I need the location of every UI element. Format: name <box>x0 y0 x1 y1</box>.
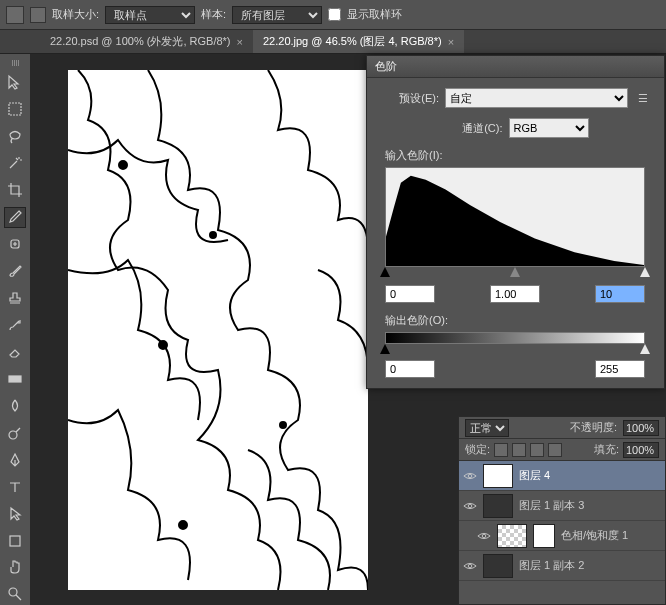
magic-wand-tool[interactable] <box>4 153 26 174</box>
pen-tool[interactable] <box>4 449 26 470</box>
layers-panel: 正常 不透明度: 锁定: 填充: 图层 4 图层 1 副本 3 色相/饱和度 1 <box>458 416 666 605</box>
marquee-tool[interactable] <box>4 99 26 120</box>
svg-rect-4 <box>10 536 20 546</box>
lock-pixels-icon[interactable] <box>512 443 526 457</box>
output-highlight-slider[interactable] <box>640 344 650 354</box>
layers-list: 图层 4 图层 1 副本 3 色相/饱和度 1 图层 1 副本 2 <box>459 461 665 581</box>
document-tab-bar: 22.20.psd @ 100% (外发光, RGB/8*) × 22.20.j… <box>0 30 666 54</box>
opacity-label: 不透明度: <box>570 420 617 435</box>
eyedropper-tool[interactable] <box>4 207 26 228</box>
gradient-tool[interactable] <box>4 368 26 389</box>
input-highlight-value[interactable] <box>595 285 645 303</box>
channel-select[interactable]: RGB <box>509 118 589 138</box>
lock-label: 锁定: <box>465 442 490 457</box>
dialog-title: 色阶 <box>375 60 397 72</box>
document-canvas[interactable] <box>68 70 368 590</box>
lock-position-icon[interactable] <box>530 443 544 457</box>
spot-heal-tool[interactable] <box>4 234 26 255</box>
adjustment-thumbnail <box>497 524 527 548</box>
svg-point-5 <box>9 588 17 596</box>
layer-item[interactable]: 图层 1 副本 3 <box>459 491 665 521</box>
options-bar: 取样大小: 取样点 样本: 所有图层 显示取样环 <box>0 0 666 30</box>
sample-select[interactable]: 所有图层 <box>232 6 322 24</box>
layer-thumbnail <box>483 464 513 488</box>
svg-point-8 <box>210 232 216 238</box>
levels-dialog: 色阶 预设(E): 自定 ☰ 通道(C): RGB 输入色阶(I): 输出色阶(… <box>366 55 665 389</box>
dialog-titlebar[interactable]: 色阶 <box>367 56 664 78</box>
marble-texture <box>68 70 368 590</box>
visibility-toggle[interactable] <box>477 529 491 543</box>
stamp-tool[interactable] <box>4 288 26 309</box>
preset-menu-icon[interactable]: ☰ <box>634 92 652 105</box>
sample-size-label: 取样大小: <box>52 7 99 22</box>
lock-all-icon[interactable] <box>548 443 562 457</box>
eraser-tool[interactable] <box>4 341 26 362</box>
layer-item[interactable]: 图层 1 副本 2 <box>459 551 665 581</box>
svg-point-9 <box>159 341 167 349</box>
input-slider-track[interactable] <box>385 267 645 281</box>
highlight-slider[interactable] <box>640 267 650 277</box>
sample-size-select[interactable]: 取样点 <box>105 6 195 24</box>
svg-point-11 <box>179 521 187 529</box>
layer-name: 图层 1 副本 3 <box>519 498 584 513</box>
tab-document-2[interactable]: 22.20.jpg @ 46.5% (图层 4, RGB/8*) × <box>253 30 464 53</box>
shape-tool[interactable] <box>4 530 26 551</box>
input-shadow-value[interactable] <box>385 285 435 303</box>
tools-panel <box>0 54 30 605</box>
input-midtone-value[interactable] <box>490 285 540 303</box>
panel-grip[interactable] <box>4 60 26 66</box>
show-ring-checkbox[interactable] <box>328 8 341 21</box>
close-icon[interactable]: × <box>237 36 243 48</box>
dodge-tool[interactable] <box>4 422 26 443</box>
close-icon[interactable]: × <box>448 36 454 48</box>
shadow-slider[interactable] <box>380 267 390 277</box>
svg-point-12 <box>468 474 472 478</box>
tab-label: 22.20.jpg @ 46.5% (图层 4, RGB/8*) <box>263 34 442 49</box>
layer-name: 图层 4 <box>519 468 550 483</box>
path-select-tool[interactable] <box>4 503 26 524</box>
visibility-toggle[interactable] <box>463 559 477 573</box>
output-gradient <box>385 332 645 344</box>
output-shadow-slider[interactable] <box>380 344 390 354</box>
layer-thumbnail <box>483 554 513 578</box>
fill-input[interactable] <box>623 442 659 458</box>
layer-name: 图层 1 副本 2 <box>519 558 584 573</box>
svg-point-10 <box>280 422 286 428</box>
layer-item[interactable]: 色相/饱和度 1 <box>459 521 665 551</box>
blur-tool[interactable] <box>4 395 26 416</box>
preset-label: 预设(E): <box>379 91 439 106</box>
sample-preset-icon[interactable] <box>30 7 46 23</box>
lock-transparent-icon[interactable] <box>494 443 508 457</box>
input-levels-label: 输入色阶(I): <box>385 148 652 163</box>
layer-thumbnail <box>483 494 513 518</box>
opacity-input[interactable] <box>623 420 659 436</box>
preset-select[interactable]: 自定 <box>445 88 628 108</box>
output-highlight-value[interactable] <box>595 360 645 378</box>
hand-tool[interactable] <box>4 557 26 578</box>
blend-mode-select[interactable]: 正常 <box>465 419 509 437</box>
tab-document-1[interactable]: 22.20.psd @ 100% (外发光, RGB/8*) × <box>40 30 253 53</box>
lasso-tool[interactable] <box>4 126 26 147</box>
crop-tool[interactable] <box>4 180 26 201</box>
svg-rect-0 <box>9 103 21 115</box>
zoom-tool[interactable] <box>4 584 26 605</box>
svg-point-13 <box>468 504 472 508</box>
output-levels-label: 输出色阶(O): <box>385 313 652 328</box>
midtone-slider[interactable] <box>510 267 520 277</box>
svg-point-14 <box>482 534 486 538</box>
eyedropper-tool-icon <box>6 6 24 24</box>
output-slider-track[interactable] <box>385 344 645 356</box>
brush-tool[interactable] <box>4 261 26 282</box>
layer-item[interactable]: 图层 4 <box>459 461 665 491</box>
move-tool[interactable] <box>4 72 26 93</box>
type-tool[interactable] <box>4 476 26 497</box>
tab-label: 22.20.psd @ 100% (外发光, RGB/8*) <box>50 34 231 49</box>
layer-name: 色相/饱和度 1 <box>561 528 628 543</box>
visibility-toggle[interactable] <box>463 499 477 513</box>
visibility-toggle[interactable] <box>463 469 477 483</box>
histogram <box>385 167 645 267</box>
svg-point-15 <box>468 564 472 568</box>
svg-point-7 <box>119 161 127 169</box>
output-shadow-value[interactable] <box>385 360 435 378</box>
history-brush-tool[interactable] <box>4 315 26 336</box>
